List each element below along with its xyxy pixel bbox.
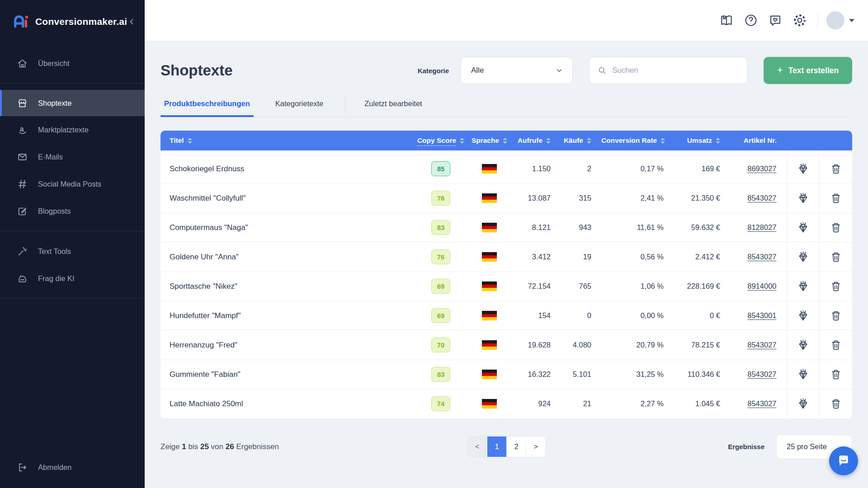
table-row[interactable]: Schokoriegel Erdnuss 85 1.150 2 0,17 % 1… xyxy=(160,154,852,183)
gem-icon[interactable] xyxy=(794,395,812,413)
feedback-icon[interactable] xyxy=(765,10,785,30)
conversion-rate-value: 1,06 % xyxy=(601,272,674,301)
article-number-link[interactable]: 8914000 xyxy=(747,282,776,290)
user-menu[interactable] xyxy=(826,11,854,29)
conversion-rate-value: 20,79 % xyxy=(601,330,674,360)
chat-launcher[interactable] xyxy=(829,446,858,475)
help-icon[interactable] xyxy=(741,10,761,30)
conversion-rate-value: 11,61 % xyxy=(601,213,674,242)
table-row[interactable]: Herrenanzug "Fred" 70 19.628 4.080 20,79… xyxy=(160,330,852,360)
tab-produktbeschreibungen[interactable]: Produktbeschreibungen xyxy=(160,95,254,117)
sidebar-item-label: Abmelden xyxy=(38,463,71,472)
conversion-rate-value: 2,41 % xyxy=(601,183,674,213)
purchases-value: 2 xyxy=(561,154,601,183)
table-row[interactable]: Waschmittel "Collyfull" 76 13.087 315 2,… xyxy=(160,183,852,213)
column-header-conversion-rate[interactable]: Conversion Rate xyxy=(601,131,674,150)
pager-prev-button[interactable]: < xyxy=(467,436,487,457)
article-number-link[interactable]: 8128027 xyxy=(747,223,776,231)
trash-icon[interactable] xyxy=(827,160,845,178)
table-row[interactable]: Computermaus "Naga" 83 8.121 943 11,61 %… xyxy=(160,213,852,242)
sidebar-item-blogposts[interactable]: Blogposts xyxy=(0,197,145,225)
main-area: Shoptexte Kategorie Alle + Text erstelle… xyxy=(145,0,868,488)
article-number-link[interactable]: 8693027 xyxy=(747,164,776,173)
article-number-link[interactable]: 8543027 xyxy=(747,399,776,408)
logout-icon xyxy=(16,461,28,473)
trash-icon[interactable] xyxy=(827,395,845,413)
article-number-link[interactable]: 8543027 xyxy=(747,194,776,202)
sort-icon xyxy=(546,138,551,144)
partially-scrolled-row xyxy=(160,150,852,154)
purchases-value: 0 xyxy=(561,301,601,330)
sidebar-divider xyxy=(0,83,145,84)
article-number-link[interactable]: 8543027 xyxy=(747,341,776,349)
table-row[interactable]: Goldene Uhr "Anna" 76 3.412 19 0,56 % 2.… xyxy=(160,242,852,272)
column-header-sprache[interactable]: Sprache xyxy=(468,131,511,150)
gem-icon[interactable] xyxy=(794,336,812,354)
trash-icon[interactable] xyxy=(827,189,845,207)
article-number-link[interactable]: 8543027 xyxy=(747,253,776,261)
article-number-link[interactable]: 8543027 xyxy=(747,370,776,378)
sidebar-item-marktplatztexte[interactable]: a Marktplatztexte xyxy=(0,116,145,143)
table-row[interactable]: Latte Machiato 250ml 74 924 21 2,27 % 1.… xyxy=(160,389,852,418)
results-summary: Zeige 1 bis 25 von 26 Ergebnissen xyxy=(160,442,279,451)
category-select[interactable]: Alle xyxy=(461,57,573,84)
trash-icon[interactable] xyxy=(827,277,845,296)
sidebar-item-uebersicht[interactable]: Übersicht xyxy=(0,50,145,77)
column-header-titel[interactable]: Titel xyxy=(160,131,414,150)
gem-icon[interactable] xyxy=(794,189,812,207)
revenue-value: 169 € xyxy=(674,154,730,183)
product-title: Sporttasche "Nikez" xyxy=(160,272,414,301)
conversion-rate-value: 31,25 % xyxy=(601,360,674,389)
tab-divider xyxy=(345,96,345,113)
trash-icon[interactable] xyxy=(827,307,845,325)
column-header-artikel-nr[interactable]: Artikel Nr. xyxy=(730,131,787,150)
column-header-aufrufe[interactable]: Aufrufe xyxy=(511,131,561,150)
book-icon[interactable] xyxy=(717,10,736,30)
plus-icon: + xyxy=(777,64,783,76)
pager-page-1-button[interactable]: 1 xyxy=(487,436,506,457)
gem-icon[interactable] xyxy=(794,277,812,296)
tab-zuletzt-bearbeitet[interactable]: Zuletzt bearbeitet xyxy=(361,95,426,117)
column-header-umsatz[interactable]: Umsatz xyxy=(674,131,730,150)
pager-page-2-button[interactable]: 2 xyxy=(506,436,526,457)
search-input[interactable] xyxy=(612,66,739,75)
sidebar-item-logout[interactable]: Abmelden xyxy=(0,454,145,481)
sidebar-item-social-media-posts[interactable]: Social Media Posts xyxy=(0,170,145,197)
views-value: 8.121 xyxy=(511,213,561,242)
table-row[interactable]: Sporttasche "Nikez" 69 72.154 765 1,06 %… xyxy=(160,272,852,301)
table-header: Titel Copy Score Sprache Aufrufe Käufe C… xyxy=(160,131,852,150)
revenue-value: 1.045 € xyxy=(674,389,730,418)
trash-icon[interactable] xyxy=(827,366,845,384)
column-header-copy-score[interactable]: Copy Score xyxy=(414,131,468,150)
views-value: 924 xyxy=(511,389,561,418)
views-value: 154 xyxy=(511,301,561,330)
trash-icon[interactable] xyxy=(827,336,845,354)
tab-kategorietexte[interactable]: Kategorietexte xyxy=(272,95,327,117)
trash-icon[interactable] xyxy=(827,219,845,237)
sidebar-item-frag-die-ki[interactable]: Frag die KI xyxy=(0,265,145,292)
create-text-button[interactable]: + Text erstellen xyxy=(764,57,852,84)
topbar-divider xyxy=(818,14,818,27)
article-number-link[interactable]: 8543001 xyxy=(747,311,776,319)
sidebar-item-emails[interactable]: E-Mails xyxy=(0,143,145,170)
column-header-kaeufe[interactable]: Käufe xyxy=(561,131,601,150)
gem-icon[interactable] xyxy=(794,219,812,237)
language-flag-de xyxy=(482,164,497,174)
sidebar-item-text-tools[interactable]: Text Tools xyxy=(0,238,145,265)
gem-icon[interactable] xyxy=(794,307,812,325)
title-row: Shoptexte Kategorie Alle + Text erstelle… xyxy=(160,57,852,84)
gem-icon[interactable] xyxy=(794,160,812,178)
views-value: 1.150 xyxy=(511,154,561,183)
gem-icon[interactable] xyxy=(794,248,812,266)
settings-icon[interactable] xyxy=(790,10,810,30)
gem-icon[interactable] xyxy=(794,366,812,384)
table-row[interactable]: Hundefutter "Mampf" 69 154 0 0,00 % 0 € … xyxy=(160,301,852,330)
purchases-value: 5.101 xyxy=(561,360,601,389)
sidebar-item-shoptexte[interactable]: Shoptexte xyxy=(0,90,145,116)
pager-next-button[interactable]: > xyxy=(526,436,545,457)
trash-icon[interactable] xyxy=(827,248,845,266)
category-label: Kategorie xyxy=(418,67,449,75)
table-row[interactable]: Gummiente "Fabian" 83 16.322 5.101 31,25… xyxy=(160,360,852,389)
collapse-sidebar-icon[interactable] xyxy=(127,17,136,26)
sidebar-nav: Übersicht Shoptexte a Marktplatztexte E-… xyxy=(0,50,145,488)
